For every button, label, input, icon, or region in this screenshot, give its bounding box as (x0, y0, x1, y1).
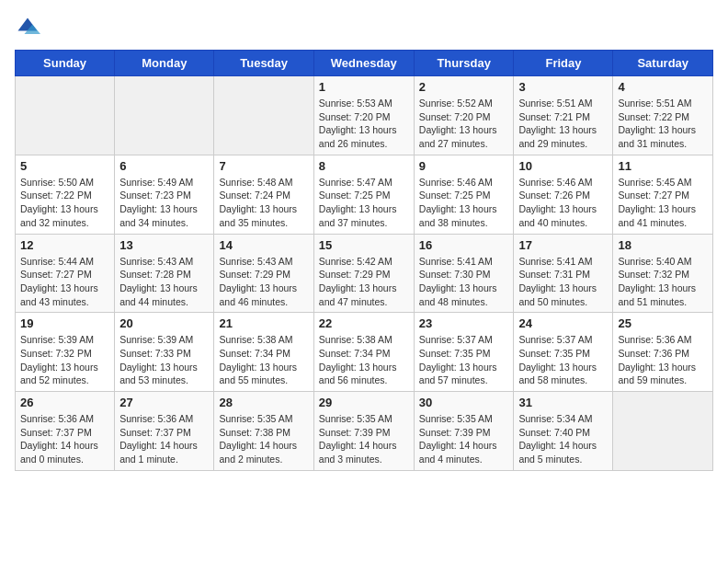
calendar-week-row: 5Sunrise: 5:50 AMSunset: 7:22 PMDaylight… (16, 155, 713, 234)
day-number: 26 (20, 396, 109, 409)
weekday-header: Friday (514, 51, 613, 76)
calendar-cell: 12Sunrise: 5:44 AMSunset: 7:27 PMDayligh… (16, 234, 115, 313)
weekday-header: Monday (115, 51, 214, 76)
day-info: Sunrise: 5:50 AMSunset: 7:22 PMDaylight:… (20, 176, 109, 230)
calendar-cell: 20Sunrise: 5:39 AMSunset: 7:33 PMDayligh… (115, 313, 214, 392)
calendar-week-row: 26Sunrise: 5:36 AMSunset: 7:37 PMDayligh… (16, 392, 713, 471)
day-number: 14 (219, 238, 308, 252)
day-info: Sunrise: 5:36 AMSunset: 7:37 PMDaylight:… (119, 412, 209, 466)
logo (15, 15, 44, 40)
day-info: Sunrise: 5:39 AMSunset: 7:32 PMDaylight:… (20, 333, 109, 387)
calendar-body: 1Sunrise: 5:53 AMSunset: 7:20 PMDaylight… (16, 76, 713, 471)
day-number: 17 (518, 238, 608, 252)
day-number: 25 (618, 316, 708, 330)
day-info: Sunrise: 5:37 AMSunset: 7:35 PMDaylight:… (518, 333, 608, 387)
day-number: 7 (219, 159, 308, 173)
day-number: 29 (319, 396, 409, 409)
calendar-cell: 5Sunrise: 5:50 AMSunset: 7:22 PMDaylight… (16, 155, 115, 234)
day-number: 3 (518, 80, 608, 94)
calendar-cell: 10Sunrise: 5:46 AMSunset: 7:26 PMDayligh… (514, 155, 613, 234)
day-info: Sunrise: 5:43 AMSunset: 7:29 PMDaylight:… (219, 255, 308, 309)
calendar-cell: 31Sunrise: 5:34 AMSunset: 7:40 PMDayligh… (514, 392, 613, 471)
day-info: Sunrise: 5:36 AMSunset: 7:36 PMDaylight:… (618, 333, 708, 387)
day-number: 4 (618, 80, 708, 94)
day-number: 8 (319, 159, 409, 173)
calendar-cell: 30Sunrise: 5:35 AMSunset: 7:39 PMDayligh… (414, 392, 514, 471)
calendar-cell: 19Sunrise: 5:39 AMSunset: 7:32 PMDayligh… (16, 313, 115, 392)
day-number: 6 (119, 159, 209, 173)
day-info: Sunrise: 5:37 AMSunset: 7:35 PMDaylight:… (419, 333, 509, 387)
calendar-cell: 18Sunrise: 5:40 AMSunset: 7:32 PMDayligh… (613, 234, 713, 313)
calendar-cell: 6Sunrise: 5:49 AMSunset: 7:23 PMDaylight… (115, 155, 214, 234)
day-info: Sunrise: 5:42 AMSunset: 7:29 PMDaylight:… (319, 255, 409, 309)
calendar: SundayMondayTuesdayWednesdayThursdayFrid… (15, 50, 713, 471)
calendar-cell (115, 76, 214, 155)
calendar-cell (613, 392, 713, 471)
calendar-cell: 28Sunrise: 5:35 AMSunset: 7:38 PMDayligh… (214, 392, 313, 471)
calendar-cell: 14Sunrise: 5:43 AMSunset: 7:29 PMDayligh… (214, 234, 313, 313)
weekday-row: SundayMondayTuesdayWednesdayThursdayFrid… (16, 51, 713, 76)
day-info: Sunrise: 5:34 AMSunset: 7:40 PMDaylight:… (518, 412, 608, 466)
day-number: 10 (518, 159, 608, 173)
calendar-cell: 21Sunrise: 5:38 AMSunset: 7:34 PMDayligh… (214, 313, 313, 392)
header (15, 15, 713, 40)
calendar-cell: 29Sunrise: 5:35 AMSunset: 7:39 PMDayligh… (313, 392, 414, 471)
day-info: Sunrise: 5:38 AMSunset: 7:34 PMDaylight:… (319, 333, 409, 387)
day-info: Sunrise: 5:44 AMSunset: 7:27 PMDaylight:… (20, 255, 109, 309)
day-number: 2 (419, 80, 509, 94)
calendar-cell (214, 76, 313, 155)
calendar-cell: 23Sunrise: 5:37 AMSunset: 7:35 PMDayligh… (414, 313, 514, 392)
weekday-header: Thursday (414, 51, 514, 76)
logo-icon (15, 15, 40, 40)
day-info: Sunrise: 5:43 AMSunset: 7:28 PMDaylight:… (119, 255, 209, 309)
calendar-cell: 4Sunrise: 5:51 AMSunset: 7:22 PMDaylight… (613, 76, 713, 155)
day-number: 15 (319, 238, 409, 252)
calendar-cell: 17Sunrise: 5:41 AMSunset: 7:31 PMDayligh… (514, 234, 613, 313)
day-number: 1 (319, 80, 409, 94)
day-info: Sunrise: 5:49 AMSunset: 7:23 PMDaylight:… (119, 176, 209, 230)
calendar-cell: 22Sunrise: 5:38 AMSunset: 7:34 PMDayligh… (313, 313, 414, 392)
day-number: 18 (618, 238, 708, 252)
calendar-cell: 25Sunrise: 5:36 AMSunset: 7:36 PMDayligh… (613, 313, 713, 392)
day-number: 13 (119, 238, 209, 252)
calendar-cell: 7Sunrise: 5:48 AMSunset: 7:24 PMDaylight… (214, 155, 313, 234)
weekday-header: Sunday (16, 51, 115, 76)
calendar-cell: 13Sunrise: 5:43 AMSunset: 7:28 PMDayligh… (115, 234, 214, 313)
day-number: 12 (20, 238, 109, 252)
day-number: 5 (20, 159, 109, 173)
day-info: Sunrise: 5:35 AMSunset: 7:38 PMDaylight:… (219, 412, 308, 466)
day-number: 16 (419, 238, 509, 252)
day-info: Sunrise: 5:38 AMSunset: 7:34 PMDaylight:… (219, 333, 308, 387)
day-number: 11 (618, 159, 708, 173)
day-info: Sunrise: 5:51 AMSunset: 7:21 PMDaylight:… (518, 97, 608, 151)
calendar-cell: 9Sunrise: 5:46 AMSunset: 7:25 PMDaylight… (414, 155, 514, 234)
day-number: 23 (419, 316, 509, 330)
day-info: Sunrise: 5:40 AMSunset: 7:32 PMDaylight:… (618, 255, 708, 309)
day-number: 20 (119, 316, 209, 330)
calendar-cell: 26Sunrise: 5:36 AMSunset: 7:37 PMDayligh… (16, 392, 115, 471)
calendar-week-row: 1Sunrise: 5:53 AMSunset: 7:20 PMDaylight… (16, 76, 713, 155)
day-info: Sunrise: 5:46 AMSunset: 7:25 PMDaylight:… (419, 176, 509, 230)
calendar-week-row: 12Sunrise: 5:44 AMSunset: 7:27 PMDayligh… (16, 234, 713, 313)
calendar-cell (16, 76, 115, 155)
day-number: 9 (419, 159, 509, 173)
day-info: Sunrise: 5:39 AMSunset: 7:33 PMDaylight:… (119, 333, 209, 387)
calendar-cell: 24Sunrise: 5:37 AMSunset: 7:35 PMDayligh… (514, 313, 613, 392)
day-info: Sunrise: 5:35 AMSunset: 7:39 PMDaylight:… (419, 412, 509, 466)
day-info: Sunrise: 5:53 AMSunset: 7:20 PMDaylight:… (319, 97, 409, 151)
day-number: 27 (119, 396, 209, 409)
day-info: Sunrise: 5:36 AMSunset: 7:37 PMDaylight:… (20, 412, 109, 466)
day-number: 21 (219, 316, 308, 330)
weekday-header: Tuesday (214, 51, 313, 76)
day-info: Sunrise: 5:46 AMSunset: 7:26 PMDaylight:… (518, 176, 608, 230)
day-number: 19 (20, 316, 109, 330)
day-number: 30 (419, 396, 509, 409)
weekday-header: Saturday (613, 51, 713, 76)
day-info: Sunrise: 5:51 AMSunset: 7:22 PMDaylight:… (618, 97, 708, 151)
day-number: 24 (518, 316, 608, 330)
calendar-cell: 27Sunrise: 5:36 AMSunset: 7:37 PMDayligh… (115, 392, 214, 471)
calendar-header: SundayMondayTuesdayWednesdayThursdayFrid… (16, 51, 713, 76)
day-info: Sunrise: 5:48 AMSunset: 7:24 PMDaylight:… (219, 176, 308, 230)
calendar-cell: 1Sunrise: 5:53 AMSunset: 7:20 PMDaylight… (313, 76, 414, 155)
day-info: Sunrise: 5:35 AMSunset: 7:39 PMDaylight:… (319, 412, 409, 466)
